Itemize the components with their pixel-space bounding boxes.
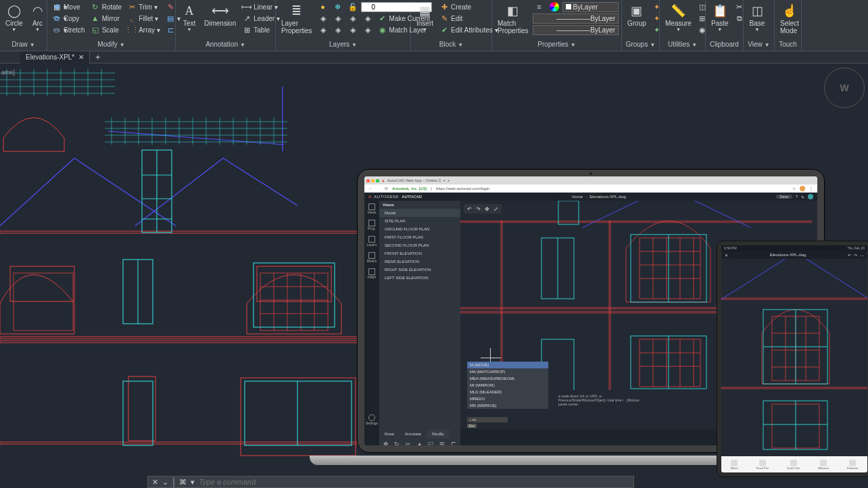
breadcrumb-file[interactable]: Elevations-XPL.dwg [589,195,626,199]
back-icon[interactable]: ← [368,187,372,191]
more-icon[interactable]: ⋯ [860,253,864,258]
layer-state-2[interactable]: ❄ [331,1,345,12]
move-tool-icon[interactable]: ✥ [383,441,389,445]
close-icon[interactable]: ✕ [152,478,158,487]
close-icon[interactable]: × [443,178,446,182]
view-item-model[interactable]: Model [379,209,460,217]
select-mode-button[interactable]: ☝ Select Mode [777,1,802,36]
move-button[interactable]: ✥Move [50,1,87,12]
paste-button[interactable]: 📋 Paste ▼ [708,1,731,33]
tablet-tool-dimension[interactable]: Dimensio [847,460,859,470]
rotate-button[interactable]: ↻Rotate [89,1,124,12]
feedback-icon[interactable]: ✎ [801,195,804,199]
command-input[interactable] [199,478,629,486]
measure-button[interactable]: 📏 Measure ▼ [662,1,694,33]
save-button[interactable]: Save [776,195,792,199]
tablet-tool-smartpen[interactable]: Smart Pen [756,460,769,470]
esc-button[interactable]: Esc [467,424,477,428]
close-icon[interactable]: ✕ [725,253,728,258]
copy-button[interactable]: ⧉Copy [50,13,87,24]
layer-tool-3[interactable]: ◈ [346,13,360,24]
address-bar[interactable]: ← → ⟳ Autodesk, Inc. [US] | https://web.… [364,185,817,193]
layer-tool-6[interactable]: ◈ [331,24,345,35]
linetype-dropdown[interactable]: ————— ByLayer [533,25,619,35]
nav-properties[interactable]: Prop. [368,220,376,230]
command-line[interactable]: ✕ ⌄ | ⌘ ▾ [147,476,634,488]
layer-tool-4[interactable]: ◈ [361,13,375,24]
star-icon[interactable]: ☆ [792,186,796,191]
scale-tool-icon[interactable]: ◱ [428,441,434,445]
stretch-button[interactable]: ↔Stretch [50,24,87,35]
new-tab-button[interactable]: + [448,178,450,182]
breadcrumb-home[interactable]: Home [572,195,583,199]
nav-blocks[interactable]: Blocks [367,252,377,263]
view-item[interactable]: REAR ELEVATION [379,258,460,266]
tablet-tool-select[interactable]: Select [730,460,738,470]
add-tab-button[interactable]: + [90,53,105,62]
base-button[interactable]: ◫ Base ▼ [746,1,768,33]
arc-button[interactable]: ◠ Arc ▼ [27,1,49,33]
edit-button[interactable]: ✎Edit [437,13,500,24]
profile-icon[interactable] [800,186,805,191]
lineweight-button[interactable]: ≡ [533,1,546,12]
nav-layers[interactable]: Layers [366,236,377,247]
lineweight-dropdown[interactable]: ————— ByLayer [533,14,619,24]
mirror-button[interactable]: ▲Mirror [89,13,124,24]
tablet-tool-quicktrim[interactable]: Quick Trim [787,460,800,470]
undo-icon[interactable]: ↶ [848,253,851,258]
view-item[interactable]: FIRST FLOOR PLAN [379,233,460,241]
layer-tool-8[interactable]: ◈ [361,24,375,35]
tablet-tool-measure[interactable]: Measure [818,460,829,470]
file-tab[interactable]: Elevations-XPL* ✕ [20,51,90,64]
help-icon[interactable]: ? [796,195,798,199]
color-button[interactable] [548,1,561,12]
circle-button[interactable]: ◯ Circle ▼ [3,1,26,33]
redo-icon[interactable]: ↷ [854,253,857,258]
scale-button[interactable]: ◱Scale [89,24,124,35]
trim-button[interactable]: ✂Trim ▾ [125,1,162,12]
chevron-down-icon[interactable]: ▾ [191,478,195,487]
autocomplete-item[interactable]: MEA (MEASUREGEOM) [467,375,548,382]
tab-modify[interactable]: Modify [427,429,450,439]
forward-icon[interactable]: → [377,187,381,191]
nav-xref[interactable]: XREF [367,268,376,279]
layer-tool-5[interactable]: ◈ [316,24,330,35]
customize-icon[interactable]: ⌄ [162,478,168,487]
reload-icon[interactable]: ⟳ [385,186,388,191]
layer-state-3[interactable]: 🔓 [346,1,360,12]
autocomplete-item[interactable]: M (MOVE) [467,362,548,368]
fillet-button[interactable]: ◟Fillet ▾ [125,13,162,24]
browser-tab-label[interactable]: AutoCAD Web App - Online C [387,178,441,182]
view-item[interactable]: SITE PLAN [379,217,460,225]
viewcube[interactable]: W [824,68,865,108]
trim-tool-icon[interactable]: ✂ [406,441,411,445]
command-input[interactable]: › m [467,417,508,422]
avatar[interactable] [808,194,813,199]
autocomplete-item[interactable]: MLD (MLEADER) [467,389,548,395]
layer-tool-2[interactable]: ◈ [331,13,345,24]
text-button[interactable]: A Text ▼ [178,1,200,33]
view-item[interactable]: FRONT ELEVATION [379,249,460,258]
create-button[interactable]: ✚Create [437,1,500,12]
match-properties-button[interactable]: ◧ Match Properties [495,1,531,36]
traffic-lights[interactable] [366,179,379,182]
array-tool-icon[interactable]: ⊞ [439,441,445,445]
layer-tool-7[interactable]: ◈ [346,24,360,35]
close-icon[interactable]: ✕ [78,53,84,61]
edit-attributes-button[interactable]: ✔Edit Attributes ▾ [437,24,500,35]
layer-properties-button[interactable]: ≣ Layer Properties [279,1,315,36]
view-item[interactable]: SECOND FLOOR PLAN [379,241,460,249]
insert-button[interactable]: ▦ Insert ▼ [414,1,436,33]
tab-annotate[interactable]: Annotate [400,429,427,439]
group-button[interactable]: ▣ Group [625,1,649,28]
view-item[interactable]: GROUND FLOOR PLAN [379,225,460,233]
dimension-button[interactable]: ⟷ Dimension [201,1,239,28]
layer-state-1[interactable]: ● [316,1,330,12]
nav-views[interactable]: Views [367,203,376,214]
array-button[interactable]: ⋮⋮Array ▾ [125,24,162,35]
view-item[interactable]: RIGHT SIDE ELEVATION [379,266,460,274]
autocomplete-item[interactable]: MREDO [467,395,548,402]
color-dropdown[interactable]: ByLayer [562,2,619,12]
view-item[interactable]: LEFT SIDE ELEVATION [379,274,460,282]
autocomplete-item[interactable]: MS (MSPACE) [467,402,548,409]
